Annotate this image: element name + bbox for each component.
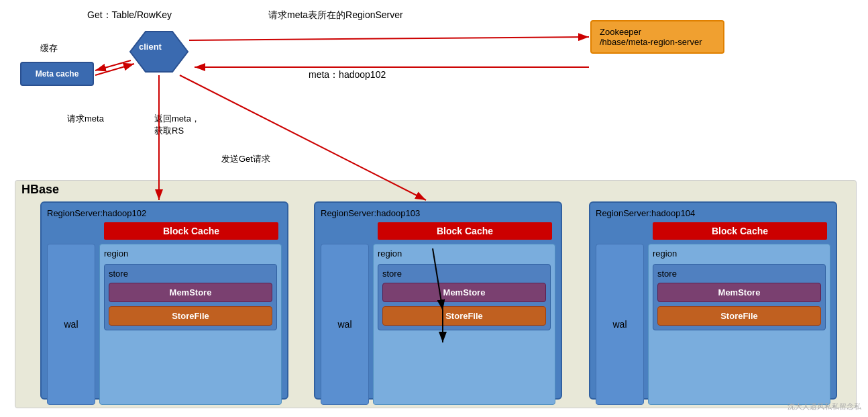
- rs2-region-inner: wal region store MemStore StoreFile: [321, 244, 555, 405]
- rs2-memstore: MemStore: [382, 283, 546, 302]
- client-hexagon: [129, 28, 189, 75]
- label-send-get: 发送Get请求: [221, 153, 270, 165]
- rs3-wal: wal: [596, 244, 644, 405]
- rs3-block-cache: Block Cache: [653, 222, 827, 240]
- rs2-store-label: store: [382, 269, 546, 279]
- label-request-meta-server: 请求meta表所在的RegionServer: [268, 9, 403, 21]
- rs3-title: RegionServer:hadoop104: [596, 208, 830, 218]
- client-label: client: [139, 42, 162, 52]
- hbase-label: HBase: [21, 183, 59, 197]
- arrow-client-to-zookeeper: [189, 37, 589, 40]
- rs2-store-box: store MemStore StoreFile: [378, 264, 551, 330]
- region-server-2: RegionServer:hadoop103 Block Cache wal r…: [314, 201, 562, 400]
- rs3-region-right: region store MemStore StoreFile: [648, 244, 830, 405]
- rs2-wal: wal: [321, 244, 369, 405]
- rs2-region-label: region: [378, 248, 551, 259]
- region-server-1: RegionServer:hadoop102 Block Cache wal r…: [40, 201, 288, 400]
- label-get-rowkey: Get：Table/RowKey: [87, 9, 172, 21]
- rs1-region-inner: wal region store MemStore StoreFile: [47, 244, 282, 405]
- rs3-region-inner: wal region store MemStore StoreFile: [596, 244, 830, 405]
- rs3-store-box: store MemStore StoreFile: [653, 264, 826, 330]
- rs1-block-cache: Block Cache: [104, 222, 278, 240]
- region-server-3: RegionServer:hadoop104 Block Cache wal r…: [589, 201, 837, 400]
- rs1-region-label: region: [104, 248, 277, 259]
- meta-cache-box: Meta cache: [20, 62, 94, 86]
- rs1-wal: wal: [47, 244, 95, 405]
- label-request-meta: 请求meta: [67, 113, 104, 125]
- label-cache: 缓存: [40, 42, 58, 54]
- svg-marker-0: [130, 32, 188, 72]
- zookeeper-box: Zookeeper /hbase/meta-region-server: [590, 20, 724, 54]
- rs3-region-label: region: [653, 248, 826, 259]
- rs1-store-box: store MemStore StoreFile: [104, 264, 277, 330]
- rs1-region-right: region store MemStore StoreFile: [99, 244, 282, 405]
- watermark: 沈大人遗风私私留念私: [788, 402, 861, 412]
- rs3-storefile: StoreFile: [657, 306, 821, 326]
- rs1-memstore: MemStore: [109, 283, 272, 302]
- rs2-storefile: StoreFile: [382, 306, 546, 326]
- rs1-storefile: StoreFile: [109, 306, 272, 326]
- diagram-container: HBase Get：Table/RowKey 请求meta表所在的RegionS…: [0, 0, 868, 417]
- rs3-memstore: MemStore: [657, 283, 821, 302]
- rs2-title: RegionServer:hadoop103: [321, 208, 555, 218]
- rs2-region-right: region store MemStore StoreFile: [373, 244, 555, 405]
- label-return-meta: 返回meta，获取RS: [154, 113, 200, 137]
- rs1-title: RegionServer:hadoop102: [47, 208, 282, 218]
- rs1-store-label: store: [109, 269, 272, 279]
- rs3-store-label: store: [657, 269, 821, 279]
- rs2-block-cache: Block Cache: [378, 222, 552, 240]
- arrow-client-to-metacache: [95, 60, 131, 71]
- label-meta-hadoop: meta：hadoop102: [309, 69, 386, 81]
